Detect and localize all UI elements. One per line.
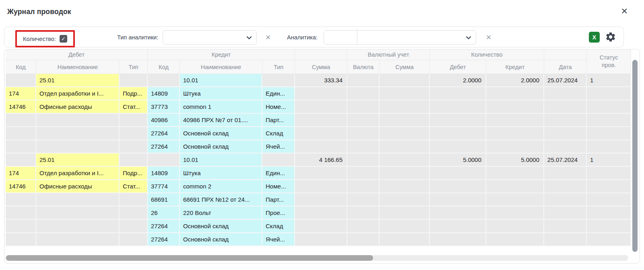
cell[interactable] <box>380 114 430 127</box>
cell[interactable] <box>295 167 347 180</box>
cell[interactable]: 25.01 <box>36 74 120 87</box>
cell[interactable] <box>380 193 430 207</box>
cell[interactable]: 1 <box>587 153 631 167</box>
cell[interactable] <box>486 220 544 233</box>
table-row[interactable]: 25.0110.014 166.655.00005.000025.07.2024… <box>6 153 631 167</box>
cell[interactable]: Склад <box>262 220 295 233</box>
cell[interactable] <box>380 153 430 167</box>
cell[interactable]: 27264 <box>148 127 180 140</box>
column-header-cell[interactable]: Код <box>148 60 180 74</box>
cell[interactable]: Основной склад <box>180 127 262 140</box>
cell[interactable] <box>347 87 380 100</box>
table-row[interactable]: 25.0110.01333.342.00002.000025.07.20241 <box>6 74 631 87</box>
cell[interactable] <box>486 127 544 140</box>
cell[interactable] <box>587 127 631 140</box>
cell[interactable] <box>380 207 430 220</box>
cell[interactable] <box>120 74 148 87</box>
column-header-cell[interactable]: Дебет <box>430 60 486 74</box>
cell[interactable] <box>486 114 544 127</box>
cell[interactable] <box>486 87 544 100</box>
cell[interactable] <box>380 180 430 193</box>
cell[interactable] <box>486 233 544 246</box>
cell[interactable] <box>587 167 631 180</box>
cell[interactable] <box>295 207 347 220</box>
column-header-cell[interactable]: Наименование <box>180 60 262 74</box>
cell[interactable]: 25.01 <box>36 153 120 167</box>
cell[interactable] <box>295 220 347 233</box>
cell[interactable] <box>148 74 180 87</box>
cell[interactable] <box>430 87 486 100</box>
cell[interactable] <box>430 100 486 114</box>
cell[interactable]: Един... <box>262 167 295 180</box>
cell[interactable]: Номе... <box>262 180 295 193</box>
cell[interactable]: 37773 <box>148 100 180 114</box>
cell[interactable]: 27264 <box>148 233 180 246</box>
cell[interactable] <box>380 167 430 180</box>
cell[interactable] <box>544 233 587 246</box>
cell[interactable] <box>262 153 295 167</box>
cell[interactable] <box>347 100 380 114</box>
cell[interactable] <box>486 207 544 220</box>
cell[interactable] <box>380 127 430 140</box>
group-header-cell[interactable]: Валютный учет <box>347 49 430 60</box>
cell[interactable] <box>587 207 631 220</box>
cell[interactable]: Подр... <box>120 167 148 180</box>
cell[interactable] <box>6 193 36 207</box>
cell[interactable] <box>347 167 380 180</box>
cell[interactable]: 14809 <box>148 87 180 100</box>
cell[interactable] <box>544 167 587 180</box>
cell[interactable]: Склад <box>262 127 295 140</box>
cell[interactable] <box>430 127 486 140</box>
cell[interactable] <box>6 233 36 246</box>
table-row[interactable]: 4098640986 ПРХ №7 от 01....Парт... <box>6 114 631 127</box>
cell[interactable] <box>6 114 36 127</box>
cell[interactable]: Парт... <box>262 193 295 207</box>
cell[interactable] <box>120 193 148 207</box>
cell[interactable] <box>120 140 148 153</box>
cell[interactable]: Прое... <box>262 207 295 220</box>
cell[interactable] <box>120 207 148 220</box>
cell[interactable] <box>347 74 380 87</box>
cell[interactable] <box>120 153 148 167</box>
cell[interactable] <box>380 87 430 100</box>
cell[interactable] <box>347 220 380 233</box>
group-header-cell[interactable]: Статуспров. <box>587 49 631 74</box>
cell[interactable]: 10.01 <box>180 74 262 87</box>
cell[interactable] <box>430 193 486 207</box>
cell[interactable] <box>120 220 148 233</box>
cell[interactable] <box>587 140 631 153</box>
cell[interactable]: Ячей... <box>262 140 295 153</box>
cell[interactable] <box>587 193 631 207</box>
cell[interactable]: Ячей... <box>262 233 295 246</box>
table-row[interactable]: 27264Основной складСклад <box>6 127 631 140</box>
cell[interactable]: 26 <box>148 207 180 220</box>
cell[interactable] <box>486 100 544 114</box>
cell[interactable] <box>380 220 430 233</box>
cell[interactable] <box>295 140 347 153</box>
cell[interactable] <box>347 127 380 140</box>
close-icon[interactable]: ✕ <box>621 7 628 15</box>
cell[interactable]: 174 <box>6 167 36 180</box>
column-header-cell[interactable]: Код <box>6 60 36 74</box>
cell[interactable] <box>120 233 148 246</box>
cell[interactable] <box>587 114 631 127</box>
cell[interactable] <box>36 193 120 207</box>
column-header-cell[interactable]: Кредит <box>486 60 544 74</box>
cell[interactable] <box>430 207 486 220</box>
cell[interactable] <box>587 220 631 233</box>
cell[interactable]: Номе... <box>262 100 295 114</box>
cell[interactable] <box>347 153 380 167</box>
table-row[interactable]: 14746Офисные расходыСтат...37773common 1… <box>6 100 631 114</box>
cell[interactable]: 40986 ПРХ №7 от 01.... <box>180 114 262 127</box>
cell[interactable] <box>430 140 486 153</box>
cell[interactable]: 25.07.2024 <box>544 74 587 87</box>
cell[interactable]: 14809 <box>148 167 180 180</box>
table-row[interactable]: 14746Офисные расходыСтат...37774common 2… <box>6 180 631 193</box>
group-header-cell[interactable]: Кредит <box>148 49 295 60</box>
table-row[interactable]: 6869168691 ПРХ №12 от 24...Парт... <box>6 193 631 207</box>
cell[interactable]: common 2 <box>180 180 262 193</box>
table-row[interactable]: 27264Основной складЯчей... <box>6 233 631 246</box>
vertical-scrollbar[interactable] <box>632 60 638 252</box>
cell[interactable] <box>120 114 148 127</box>
column-header-cell[interactable]: Тип <box>262 60 295 74</box>
